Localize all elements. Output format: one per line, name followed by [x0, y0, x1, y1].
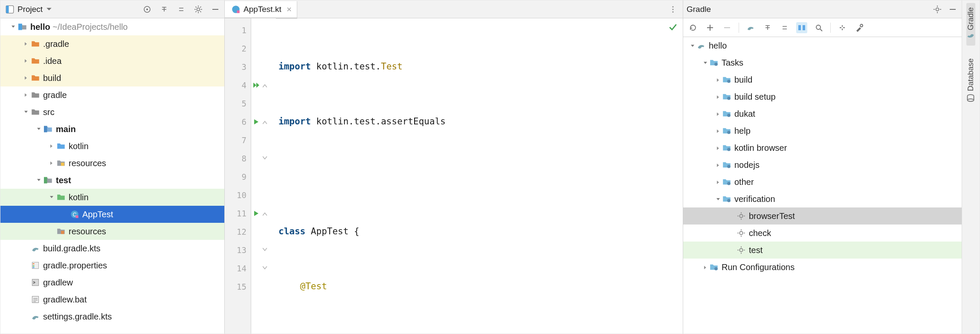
chevron-down-icon[interactable]	[690, 41, 695, 51]
gradle-task-group[interactable]: dukat	[683, 105, 962, 122]
chevron-right-icon[interactable]	[716, 160, 721, 170]
line-number[interactable]: 15	[225, 277, 251, 296]
editor-tab[interactable]: AppTest.kt	[225, 1, 297, 19]
line-number[interactable]: 12	[225, 222, 251, 241]
chevron-right-icon[interactable]	[23, 75, 29, 81]
tree-node[interactable]: main	[0, 121, 224, 138]
add-icon[interactable]	[705, 22, 716, 33]
tree-node[interactable]: resources	[0, 155, 224, 172]
line-number[interactable]: 10	[225, 186, 251, 204]
editor-content[interactable]: 1 2 3 4 5 6 7 8 9 10 11 12 13 14 15	[225, 18, 683, 334]
chevron-right-icon[interactable]	[23, 41, 29, 46]
line-number[interactable]: 1	[225, 21, 251, 39]
dropdown-chevron-icon[interactable]	[46, 6, 52, 12]
gradle-task-group[interactable]: build	[683, 71, 962, 88]
tree-node[interactable]: gradle.properties	[0, 257, 224, 274]
tree-node[interactable]: src	[0, 104, 224, 121]
fold-icon[interactable]	[262, 211, 267, 216]
line-number[interactable]: 5	[225, 94, 251, 112]
fold-end-icon[interactable]	[262, 156, 267, 161]
code-area[interactable]: import kotlin.test.Test import kotlin.te…	[276, 18, 683, 334]
refresh-icon[interactable]	[687, 22, 699, 33]
chevron-down-icon[interactable]	[703, 58, 708, 68]
tree-node[interactable]: build	[0, 69, 224, 86]
chevron-right-icon[interactable]	[703, 262, 708, 272]
collapse-all-icon[interactable]	[176, 4, 187, 15]
gradle-task-group[interactable]: other	[683, 173, 962, 190]
chevron-right-icon[interactable]	[23, 58, 29, 63]
chevron-down-icon[interactable]	[48, 195, 55, 200]
gradle-task[interactable]: check	[683, 225, 962, 242]
chevron-down-icon[interactable]	[10, 24, 17, 29]
toggle-offline-icon[interactable]	[837, 22, 848, 33]
chevron-right-icon[interactable]	[48, 144, 55, 149]
tree-node[interactable]: resources	[0, 223, 224, 240]
line-number[interactable]: 13	[225, 241, 251, 259]
chevron-down-icon[interactable]	[23, 109, 29, 115]
tree-node[interactable]: kotlin	[0, 189, 224, 206]
gradle-task[interactable]: test	[683, 242, 962, 259]
gradle-run-configs-node[interactable]: Run Configurations	[683, 259, 962, 276]
line-number[interactable]: 14	[225, 259, 251, 277]
chevron-right-icon[interactable]	[716, 143, 721, 153]
line-number[interactable]: 2	[225, 39, 251, 58]
run-test-class-icon[interactable]	[253, 82, 260, 89]
minimize-icon[interactable]	[947, 4, 958, 15]
show-dependencies-icon[interactable]	[796, 22, 807, 33]
project-panel-title[interactable]: Project	[4, 5, 52, 14]
search-icon[interactable]	[813, 22, 824, 33]
select-opened-file-icon[interactable]	[142, 4, 153, 15]
gradle-task-group[interactable]: build setup	[683, 88, 962, 105]
tree-node-selected[interactable]: C AppTest	[0, 206, 224, 223]
tree-node-root[interactable]: hello ~/IdeaProjects/hello	[0, 18, 224, 35]
build-settings-icon[interactable]	[854, 22, 865, 33]
project-tree[interactable]: hello ~/IdeaProjects/hello .gradle .idea…	[0, 18, 224, 334]
line-number[interactable]: 6	[225, 112, 251, 131]
gradle-task-group[interactable]: kotlin browser	[683, 139, 962, 156]
more-actions-icon[interactable]	[667, 4, 678, 15]
fold-end-icon[interactable]	[262, 266, 267, 271]
remove-icon[interactable]	[722, 22, 733, 33]
tree-node[interactable]: build.gradle.kts	[0, 240, 224, 257]
expand-all-icon[interactable]	[762, 22, 773, 33]
fold-icon[interactable]	[262, 83, 267, 88]
rail-tab-gradle[interactable]: Gradle	[966, 3, 975, 46]
tree-node[interactable]: .gradle	[0, 35, 224, 52]
line-number[interactable]: 9	[225, 167, 251, 186]
inspection-ok-icon[interactable]	[668, 23, 678, 34]
gradle-tasks-node[interactable]: Tasks	[683, 54, 962, 71]
gradle-task-group[interactable]: help	[683, 122, 962, 139]
chevron-right-icon[interactable]	[716, 109, 721, 119]
gear-icon[interactable]	[193, 4, 204, 15]
chevron-down-icon[interactable]	[35, 178, 42, 183]
gradle-project-node[interactable]: hello	[683, 37, 962, 54]
chevron-down-icon[interactable]	[716, 194, 721, 204]
gradle-tree[interactable]: hello Tasks build build setup dukat help…	[683, 37, 962, 334]
chevron-right-icon[interactable]	[23, 92, 29, 98]
tree-node[interactable]: kotlin	[0, 138, 224, 155]
chevron-right-icon[interactable]	[716, 177, 721, 187]
chevron-right-icon[interactable]	[716, 92, 721, 102]
line-number[interactable]: 11	[225, 204, 251, 222]
gradle-task-selected[interactable]: browserTest	[683, 207, 962, 225]
collapse-all-icon[interactable]	[779, 22, 790, 33]
minimize-icon[interactable]	[210, 4, 221, 15]
fold-icon[interactable]	[262, 119, 267, 124]
chevron-right-icon[interactable]	[716, 75, 721, 85]
close-tab-icon[interactable]	[287, 5, 292, 14]
gradle-task-group[interactable]: nodejs	[683, 156, 962, 173]
line-number[interactable]: 3	[225, 58, 251, 76]
chevron-right-icon[interactable]	[716, 126, 721, 136]
tree-node[interactable]: gradlew	[0, 274, 224, 291]
tree-node[interactable]: gradle	[0, 86, 224, 104]
tree-node[interactable]: settings.gradle.kts	[0, 308, 224, 325]
tree-node[interactable]: test	[0, 172, 224, 189]
gradle-task-group-verification[interactable]: verification	[683, 190, 962, 207]
line-number[interactable]: 7	[225, 131, 251, 149]
fold-end-icon[interactable]	[262, 248, 267, 253]
tree-node[interactable]: .idea	[0, 52, 224, 69]
rail-tab-database[interactable]: Database	[966, 54, 975, 107]
gradle-elephant-icon[interactable]	[745, 22, 756, 33]
line-number[interactable]: 8	[225, 149, 251, 167]
tree-node[interactable]: gradlew.bat	[0, 291, 224, 308]
